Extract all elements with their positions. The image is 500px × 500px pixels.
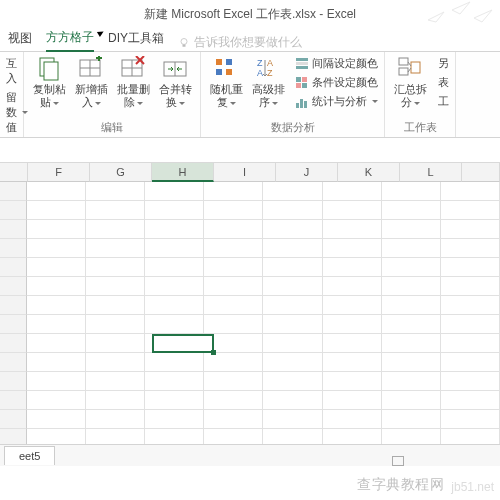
- cell[interactable]: [323, 258, 382, 277]
- tab-diy[interactable]: DIY工具箱: [108, 27, 164, 51]
- summary-split-button[interactable]: 汇总拆分: [391, 55, 429, 110]
- cell[interactable]: [441, 182, 500, 201]
- insert-button[interactable]: 新增插入: [72, 55, 110, 109]
- cell[interactable]: [27, 372, 86, 391]
- cell[interactable]: [27, 201, 86, 220]
- cell[interactable]: [382, 410, 441, 429]
- cell[interactable]: [204, 315, 263, 334]
- row-header[interactable]: [0, 220, 27, 239]
- cell[interactable]: [27, 182, 86, 201]
- cell[interactable]: [382, 220, 441, 239]
- cell[interactable]: [441, 410, 500, 429]
- cell[interactable]: [145, 239, 204, 258]
- tab-fangfang[interactable]: 方方格子: [46, 26, 94, 52]
- cell[interactable]: [382, 391, 441, 410]
- cell[interactable]: [204, 239, 263, 258]
- cell[interactable]: [27, 353, 86, 372]
- cell[interactable]: [145, 353, 204, 372]
- tell-me[interactable]: 告诉我你想要做什么: [178, 34, 302, 51]
- cell[interactable]: [145, 410, 204, 429]
- col-header-L[interactable]: L: [400, 163, 462, 182]
- col-header-I[interactable]: I: [214, 163, 276, 182]
- partial-top[interactable]: 互入: [6, 55, 21, 87]
- cell[interactable]: [86, 201, 145, 220]
- cell[interactable]: [145, 372, 204, 391]
- cell[interactable]: [263, 353, 322, 372]
- cell[interactable]: [27, 258, 86, 277]
- row-header[interactable]: [0, 182, 27, 201]
- shuffle-button[interactable]: 随机重复: [207, 55, 245, 110]
- view-icon[interactable]: [392, 456, 404, 466]
- cell[interactable]: [145, 201, 204, 220]
- cell[interactable]: [382, 239, 441, 258]
- cell[interactable]: [441, 277, 500, 296]
- cell[interactable]: [86, 334, 145, 353]
- spreadsheet-grid[interactable]: FGHIJKL: [0, 162, 500, 448]
- corner-cell[interactable]: [0, 163, 28, 182]
- cell[interactable]: [145, 391, 204, 410]
- sheet-tab[interactable]: eet5: [4, 446, 55, 465]
- cell[interactable]: [86, 220, 145, 239]
- cell[interactable]: [27, 277, 86, 296]
- partial-r2[interactable]: 表: [435, 74, 449, 91]
- cell[interactable]: [204, 201, 263, 220]
- col-header-H[interactable]: H: [152, 163, 214, 182]
- cell[interactable]: [204, 372, 263, 391]
- cell[interactable]: [323, 201, 382, 220]
- col-header-J[interactable]: J: [276, 163, 338, 182]
- cell[interactable]: [382, 296, 441, 315]
- cell[interactable]: [441, 258, 500, 277]
- partial-bottom[interactable]: 留数值: [6, 89, 21, 136]
- cell[interactable]: [27, 410, 86, 429]
- cell[interactable]: [204, 353, 263, 372]
- col-header-G[interactable]: G: [90, 163, 152, 182]
- cell[interactable]: [263, 182, 322, 201]
- cell[interactable]: [441, 353, 500, 372]
- sort-button[interactable]: ZAAZ 高级排序: [249, 55, 287, 110]
- cell[interactable]: [27, 334, 86, 353]
- cell[interactable]: [323, 391, 382, 410]
- cell[interactable]: [86, 315, 145, 334]
- cell[interactable]: [27, 391, 86, 410]
- cell[interactable]: [263, 372, 322, 391]
- cell[interactable]: [323, 372, 382, 391]
- cell[interactable]: [441, 296, 500, 315]
- cell[interactable]: [204, 220, 263, 239]
- cell[interactable]: [441, 201, 500, 220]
- row-header[interactable]: [0, 201, 27, 220]
- row-header[interactable]: [0, 372, 27, 391]
- cell[interactable]: [323, 182, 382, 201]
- cell[interactable]: [145, 315, 204, 334]
- cell[interactable]: [204, 296, 263, 315]
- cell[interactable]: [323, 410, 382, 429]
- cell[interactable]: [382, 182, 441, 201]
- cell[interactable]: [382, 258, 441, 277]
- cell[interactable]: [441, 372, 500, 391]
- cell[interactable]: [263, 239, 322, 258]
- cell[interactable]: [86, 372, 145, 391]
- stats-button[interactable]: 统计与分析: [295, 93, 378, 110]
- cell[interactable]: [27, 220, 86, 239]
- cell[interactable]: [323, 334, 382, 353]
- merge-button[interactable]: 合并转换: [156, 55, 194, 109]
- cell[interactable]: [145, 296, 204, 315]
- col-header-K[interactable]: K: [338, 163, 400, 182]
- row-header[interactable]: [0, 296, 27, 315]
- cell[interactable]: [323, 315, 382, 334]
- cell[interactable]: [323, 220, 382, 239]
- row-header[interactable]: [0, 239, 27, 258]
- cell[interactable]: [27, 296, 86, 315]
- row-header[interactable]: [0, 277, 27, 296]
- cell[interactable]: [441, 315, 500, 334]
- cell[interactable]: [86, 296, 145, 315]
- partial-r1[interactable]: 另: [435, 55, 449, 72]
- cond-color-button[interactable]: 条件设定颜色: [295, 74, 378, 91]
- cell[interactable]: [441, 220, 500, 239]
- cell[interactable]: [86, 410, 145, 429]
- cell[interactable]: [382, 334, 441, 353]
- delete-button[interactable]: 批量删除: [114, 55, 152, 109]
- grid-rows[interactable]: [0, 182, 500, 448]
- cell[interactable]: [145, 258, 204, 277]
- cell[interactable]: [204, 410, 263, 429]
- cell[interactable]: [86, 182, 145, 201]
